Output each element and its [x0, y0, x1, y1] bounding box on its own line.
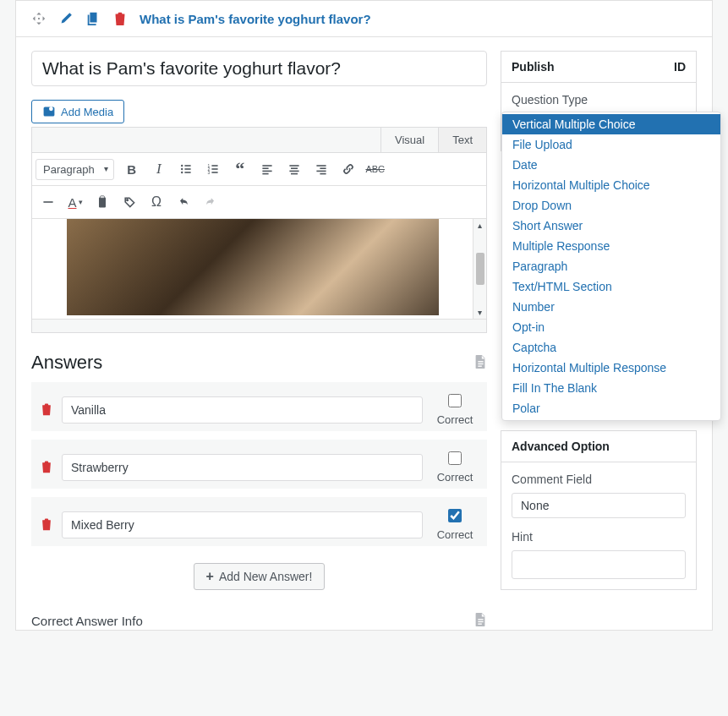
- answer-input[interactable]: [62, 454, 423, 481]
- svg-rect-29: [478, 363, 483, 363]
- svg-rect-7: [211, 165, 217, 167]
- svg-rect-24: [43, 201, 52, 203]
- undo-icon[interactable]: [171, 189, 196, 215]
- question-type-option[interactable]: File Upload: [502, 134, 720, 155]
- question-header: What is Pam's favorite yoghurt flavor?: [15, 0, 713, 37]
- align-right-icon[interactable]: [309, 156, 334, 182]
- edit-icon[interactable]: [58, 11, 74, 26]
- editor-toolbar-row-2: A▾ Ω: [32, 186, 486, 219]
- trash-icon[interactable]: [40, 402, 53, 418]
- redo-icon[interactable]: [198, 189, 223, 215]
- add-new-answer-label: Add New Answer!: [219, 570, 313, 583]
- bold-icon[interactable]: B: [119, 156, 145, 182]
- advanced-option-panel: Advanced Option Comment Field None Hint: [501, 430, 697, 590]
- strikethrough-icon[interactable]: ABC: [363, 156, 388, 182]
- numbered-list-icon[interactable]: 123: [200, 156, 226, 182]
- correct-checkbox[interactable]: [448, 451, 462, 465]
- question-type-option[interactable]: Short Answer: [502, 216, 720, 236]
- svg-rect-25: [99, 197, 106, 207]
- correct-checkbox[interactable]: [448, 509, 462, 522]
- svg-rect-12: [262, 165, 271, 167]
- doc-icon[interactable]: [473, 612, 487, 630]
- tag-icon[interactable]: [117, 189, 142, 215]
- correct-answer-info-heading: Correct Answer Info: [31, 614, 143, 628]
- omega-icon[interactable]: Ω: [144, 189, 169, 215]
- question-type-option[interactable]: Date: [502, 155, 720, 175]
- link-icon[interactable]: [336, 156, 361, 182]
- embedded-image[interactable]: [67, 219, 439, 315]
- question-type-option[interactable]: Drop Down: [502, 195, 720, 216]
- correct-checkbox[interactable]: [448, 394, 462, 407]
- svg-point-27: [127, 199, 129, 201]
- question-type-option[interactable]: Text/HTML Section: [502, 276, 720, 297]
- add-media-button[interactable]: Add Media: [31, 100, 124, 123]
- tab-visual[interactable]: Visual: [380, 128, 438, 152]
- align-left-icon[interactable]: [255, 156, 280, 182]
- align-center-icon[interactable]: [282, 156, 307, 182]
- answers-heading: Answers: [31, 352, 102, 374]
- editor-resize-handle[interactable]: [32, 319, 486, 332]
- svg-rect-32: [478, 621, 483, 622]
- publish-panel: Publish ID Question Type Vertical Multip…: [501, 51, 697, 151]
- answer-row: Correct: [31, 497, 487, 546]
- question-type-option[interactable]: Horizontal Multiple Choice: [502, 175, 720, 195]
- textcolor-icon[interactable]: A▾: [63, 189, 88, 215]
- answer-row: Correct: [31, 382, 487, 431]
- svg-rect-22: [316, 171, 326, 172]
- blockquote-icon[interactable]: “: [227, 156, 253, 182]
- editor-scrollbar[interactable]: ▴ ▾: [473, 219, 486, 319]
- question-type-option[interactable]: Vertical Multiple Choice: [502, 114, 720, 134]
- scroll-down-icon[interactable]: ▾: [478, 308, 482, 317]
- question-type-option[interactable]: Opt-in: [502, 317, 720, 337]
- question-type-option[interactable]: Fill In The Blank: [502, 378, 720, 398]
- copy-icon[interactable]: [85, 11, 101, 26]
- svg-rect-31: [478, 619, 483, 620]
- trash-icon[interactable]: [40, 517, 53, 533]
- answer-input[interactable]: [62, 511, 423, 538]
- question-type-option[interactable]: Polar: [502, 398, 720, 418]
- question-title-link[interactable]: What is Pam's favorite yoghurt flavor?: [140, 12, 371, 26]
- tab-text[interactable]: Text: [438, 128, 486, 152]
- paste-icon[interactable]: [90, 189, 115, 215]
- hint-input[interactable]: [512, 550, 686, 579]
- correct-label: Correct: [431, 471, 479, 484]
- svg-rect-26: [101, 196, 105, 198]
- add-media-label: Add Media: [61, 106, 113, 118]
- svg-rect-23: [320, 173, 326, 175]
- trash-icon[interactable]: [40, 460, 53, 476]
- question-type-option[interactable]: Captcha: [502, 337, 720, 358]
- svg-point-0: [181, 165, 183, 167]
- question-type-option[interactable]: Horizontal Multiple Response: [502, 358, 720, 378]
- advanced-option-title: Advanced Option: [512, 440, 610, 453]
- question-type-option[interactable]: Paragraph: [502, 256, 720, 276]
- svg-rect-18: [289, 171, 298, 172]
- hint-label: Hint: [512, 530, 686, 544]
- add-new-answer-button[interactable]: + Add New Answer!: [194, 563, 326, 590]
- scroll-thumb[interactable]: [476, 253, 484, 285]
- editor-toolbar-row-1: Paragraph B I 123 “ ABC: [32, 153, 486, 186]
- question-type-option[interactable]: Number: [502, 297, 720, 317]
- hr-icon[interactable]: [36, 189, 61, 215]
- editor-canvas[interactable]: [32, 219, 473, 319]
- svg-rect-1: [184, 165, 190, 167]
- comment-field-label: Comment Field: [512, 473, 686, 486]
- comment-field-select[interactable]: None: [512, 493, 686, 518]
- answer-input[interactable]: [62, 396, 423, 424]
- trash-icon[interactable]: [112, 11, 128, 26]
- doc-icon[interactable]: [473, 354, 487, 372]
- question-title-input[interactable]: [31, 51, 487, 86]
- svg-rect-33: [478, 624, 482, 625]
- svg-rect-11: [211, 172, 217, 173]
- svg-point-2: [181, 168, 183, 170]
- svg-rect-9: [211, 168, 217, 170]
- svg-rect-17: [291, 167, 298, 169]
- move-icon[interactable]: [31, 11, 47, 26]
- svg-rect-15: [262, 173, 268, 175]
- scroll-up-icon[interactable]: ▴: [478, 221, 482, 230]
- question-type-option[interactable]: Multiple Response: [502, 236, 720, 256]
- svg-rect-5: [184, 172, 190, 173]
- svg-rect-30: [478, 365, 482, 366]
- format-select[interactable]: Paragraph: [36, 159, 114, 180]
- bullet-list-icon[interactable]: [173, 156, 199, 182]
- italic-icon[interactable]: I: [146, 156, 172, 182]
